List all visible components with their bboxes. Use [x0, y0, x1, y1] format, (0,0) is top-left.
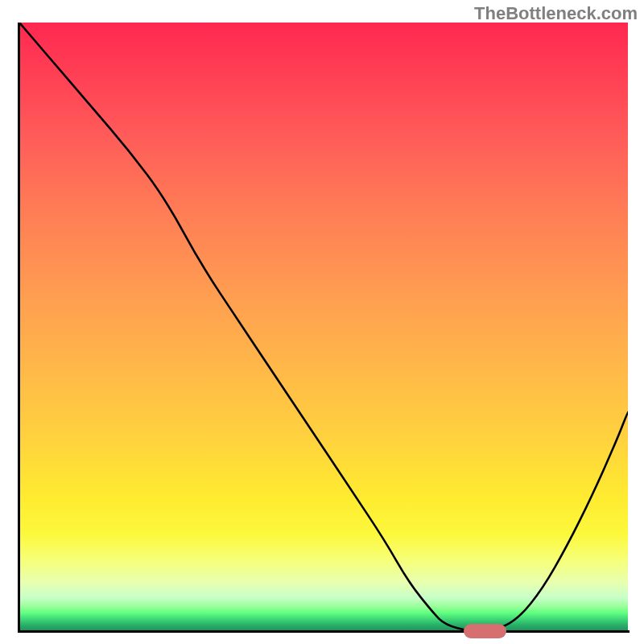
bottleneck-curve	[19, 23, 628, 631]
chart-container: TheBottleneck.com	[0, 0, 644, 644]
optimum-marker	[464, 624, 506, 638]
watermark-text: TheBottleneck.com	[474, 3, 638, 24]
